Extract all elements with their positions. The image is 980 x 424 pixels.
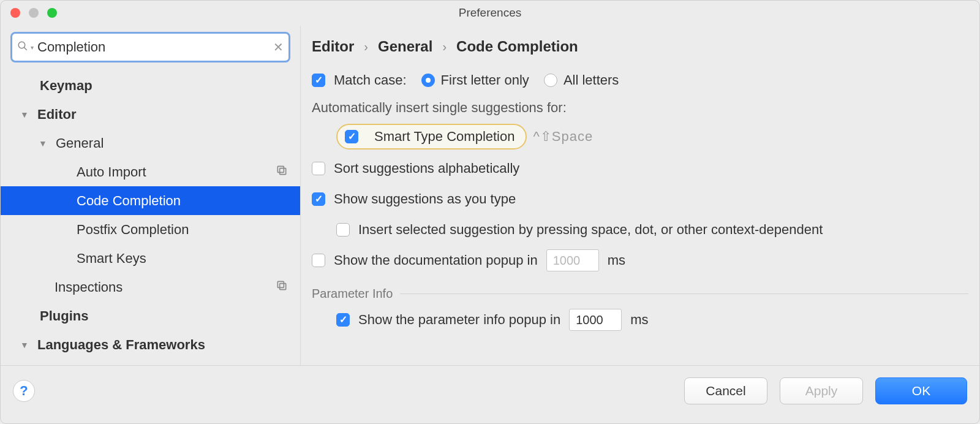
tree-item-code-completion[interactable]: Code Completion [1,186,300,215]
copy-icon [276,164,288,180]
tree-item-auto-import[interactable]: Auto Import [1,157,300,186]
breadcrumb-general[interactable]: General [378,38,432,55]
chevron-down-icon[interactable] [20,340,31,350]
close-window-button[interactable] [10,8,20,18]
copy-icon [276,279,288,295]
tree-item-languages-frameworks[interactable]: Languages & Frameworks [1,330,300,359]
svg-rect-3 [277,166,284,172]
clear-search-icon[interactable]: ✕ [273,40,284,55]
doc-popup-ms-input[interactable] [546,249,599,271]
match-case-label: Match case: [334,72,407,88]
match-case-checkbox[interactable] [312,74,325,87]
cancel-button[interactable]: Cancel [684,377,767,404]
show-doc-popup-checkbox[interactable] [312,254,325,267]
minimize-window-button[interactable] [29,8,39,18]
smart-type-shortcut: ^⇧Space [533,129,593,145]
window-controls [10,8,57,18]
apply-button[interactable]: Apply [780,377,863,404]
smart-type-checkbox[interactable] [345,130,358,143]
dialog-footer: ? Cancel Apply OK [1,365,979,415]
svg-point-0 [18,42,25,48]
first-letter-radio[interactable] [421,74,435,87]
svg-rect-2 [280,168,286,174]
first-letter-label: First letter only [441,72,529,88]
settings-tree: Keymap Editor General Auto Import [1,67,300,359]
chevron-down-icon[interactable] [39,138,50,148]
sidebar: ▾ ✕ Keymap Editor General Auto [1,26,301,365]
svg-rect-5 [277,281,284,287]
help-button[interactable]: ? [13,380,35,402]
chevron-down-icon[interactable] [20,110,31,119]
tree-item-smart-keys[interactable]: Smart Keys [1,244,300,273]
content-pane: Editor › General › Code Completion Match… [301,26,979,365]
tree-item-keymap[interactable]: Keymap [1,71,300,100]
auto-insert-label: Automatically insert single suggestions … [312,100,567,116]
search-dropdown-icon[interactable]: ▾ [31,44,34,51]
show-as-type-checkbox[interactable] [312,192,325,206]
show-doc-popup-label: Show the documentation popup in [334,252,538,268]
parameter-info-header: Parameter Info [312,287,393,301]
ok-button[interactable]: OK [875,377,967,404]
tree-item-plugins[interactable]: Plugins [1,301,300,330]
ms-label: ms [608,252,625,268]
show-as-type-label: Show suggestions as you type [334,191,516,207]
show-param-popup-checkbox[interactable] [336,313,350,327]
insert-by-space-label: Insert selected suggestion by pressing s… [358,222,823,238]
breadcrumb-editor[interactable]: Editor [312,38,354,55]
tree-item-postfix-completion[interactable]: Postfix Completion [1,215,300,244]
svg-rect-4 [280,283,286,289]
search-input-wrapper[interactable]: ▾ ✕ [10,32,290,62]
all-letters-label: All letters [564,72,619,88]
window-title: Preferences [9,6,971,20]
divider [400,293,968,294]
search-input[interactable] [37,39,273,55]
param-popup-ms-input[interactable] [569,309,622,331]
titlebar: Preferences [1,1,979,25]
chevron-right-icon: › [442,40,447,54]
tree-item-general[interactable]: General [1,129,300,157]
ms-label: ms [630,312,648,328]
breadcrumb: Editor › General › Code Completion [301,26,979,62]
breadcrumb-code-completion: Code Completion [456,38,578,55]
insert-by-space-checkbox[interactable] [336,223,350,237]
smart-type-label: Smart Type Completion [374,129,514,145]
zoom-window-button[interactable] [47,8,57,18]
search-icon [17,40,28,55]
sort-alpha-checkbox[interactable] [312,162,325,175]
show-param-popup-label: Show the parameter info popup in [358,312,560,328]
sort-alpha-label: Sort suggestions alphabetically [334,161,519,176]
svg-line-1 [24,47,27,50]
smart-type-highlight: Smart Type Completion [336,124,527,150]
chevron-right-icon: › [364,40,368,54]
tree-item-inspections[interactable]: Inspections [1,273,300,301]
tree-item-editor[interactable]: Editor [1,100,300,129]
all-letters-radio[interactable] [544,74,557,87]
